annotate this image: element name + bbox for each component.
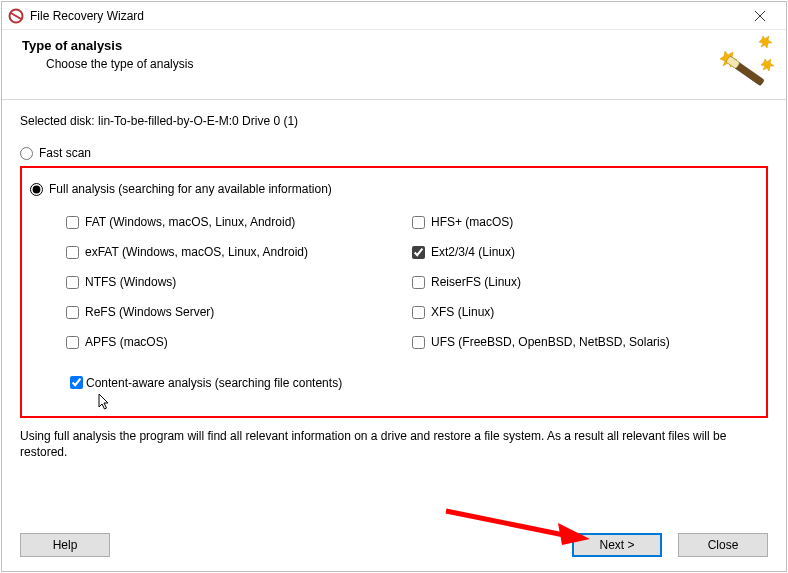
fs-label-apfs[interactable]: APFS (macOS) [85, 335, 168, 349]
description-text: Using full analysis the program will fin… [20, 428, 768, 460]
full-analysis-row: Full analysis (searching for any availab… [30, 182, 758, 196]
close-wizard-button[interactable]: Close [678, 533, 768, 557]
fs-label-hfs[interactable]: HFS+ (macOS) [431, 215, 513, 229]
svg-rect-1 [10, 12, 21, 20]
page-subtitle: Choose the type of analysis [46, 57, 766, 71]
fs-checkbox-fat[interactable] [66, 216, 79, 229]
page-title: Type of analysis [22, 38, 766, 53]
next-button[interactable]: Next > [572, 533, 662, 557]
help-button[interactable]: Help [20, 533, 110, 557]
fast-scan-radio[interactable] [20, 147, 33, 160]
filesystem-column-right: HFS+ (macOS) Ext2/3/4 (Linux) ReiserFS (… [412, 208, 758, 365]
content-aware-checkbox[interactable] [70, 376, 83, 389]
fs-label-refs[interactable]: ReFS (Windows Server) [85, 305, 214, 319]
full-analysis-radio[interactable] [30, 183, 43, 196]
app-icon [8, 8, 24, 24]
selected-disk-line: Selected disk: lin-To-be-filled-by-O-E-M… [20, 114, 768, 128]
wizard-header: Type of analysis Choose the type of anal… [2, 30, 786, 100]
fs-checkbox-ext[interactable] [412, 246, 425, 259]
fs-label-exfat[interactable]: exFAT (Windows, macOS, Linux, Android) [85, 245, 308, 259]
fs-checkbox-reiser[interactable] [412, 276, 425, 289]
titlebar: File Recovery Wizard [2, 2, 786, 30]
button-bar: Help Next > Close [2, 523, 786, 571]
selected-disk-value: lin-To-be-filled-by-O-E-M:0 Drive 0 (1) [98, 114, 298, 128]
wizard-wand-icon [718, 36, 774, 89]
fs-checkbox-hfs[interactable] [412, 216, 425, 229]
filesystem-checkbox-grid: FAT (Windows, macOS, Linux, Android) exF… [66, 208, 758, 365]
filesystem-column-left: FAT (Windows, macOS, Linux, Android) exF… [66, 208, 412, 365]
fs-label-ext[interactable]: Ext2/3/4 (Linux) [431, 245, 515, 259]
fs-label-ufs[interactable]: UFS (FreeBSD, OpenBSD, NetBSD, Solaris) [431, 335, 670, 349]
content-aware-label[interactable]: Content-aware analysis (searching file c… [86, 376, 342, 390]
fs-checkbox-refs[interactable] [66, 306, 79, 319]
full-analysis-label[interactable]: Full analysis (searching for any availab… [49, 182, 332, 196]
fs-checkbox-xfs[interactable] [412, 306, 425, 319]
close-button[interactable] [740, 3, 780, 29]
fs-checkbox-ufs[interactable] [412, 336, 425, 349]
window-title: File Recovery Wizard [30, 9, 740, 23]
wizard-window: File Recovery Wizard Type of analysis Ch… [1, 1, 787, 572]
wizard-content: Selected disk: lin-To-be-filled-by-O-E-M… [2, 100, 786, 418]
fs-label-ntfs[interactable]: NTFS (Windows) [85, 275, 176, 289]
fs-checkbox-ntfs[interactable] [66, 276, 79, 289]
fs-checkbox-exfat[interactable] [66, 246, 79, 259]
selected-disk-label: Selected disk: [20, 114, 98, 128]
content-aware-row: Content-aware analysis (searching file c… [66, 373, 758, 392]
fs-label-reiser[interactable]: ReiserFS (Linux) [431, 275, 521, 289]
fast-scan-label[interactable]: Fast scan [39, 146, 91, 160]
fs-checkbox-apfs[interactable] [66, 336, 79, 349]
fs-label-fat[interactable]: FAT (Windows, macOS, Linux, Android) [85, 215, 295, 229]
fs-label-xfs[interactable]: XFS (Linux) [431, 305, 494, 319]
mouse-cursor-icon [98, 393, 112, 414]
fast-scan-row: Fast scan [20, 146, 768, 160]
full-analysis-highlight: Full analysis (searching for any availab… [20, 166, 768, 418]
